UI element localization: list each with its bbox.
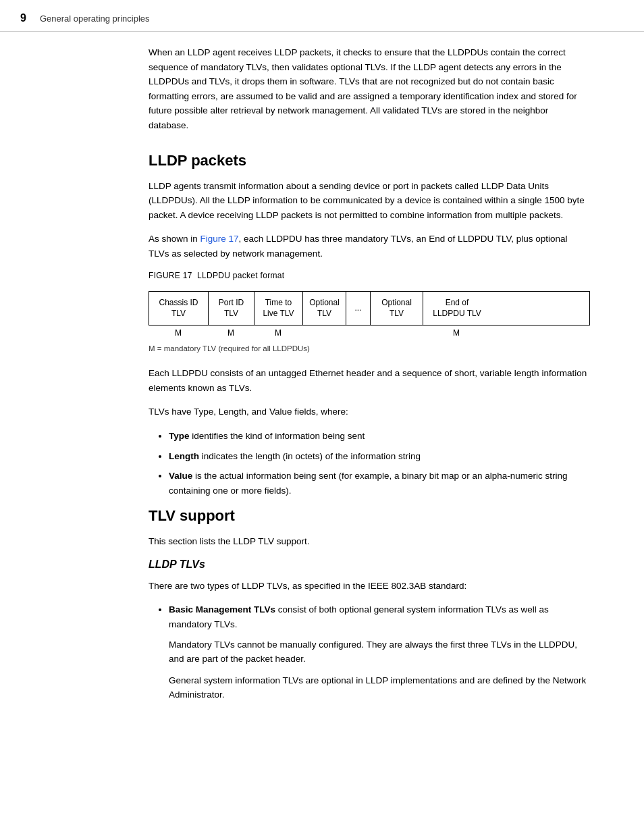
content-area: When an LLDP agent receives LLDP packets…: [0, 32, 644, 739]
end-line1: End of: [446, 297, 469, 309]
bullet-basic-mgmt: Basic Management TLVs consist of both op…: [169, 602, 590, 702]
lldp-packets-para4: TLVs have Type, Length, and Value fields…: [149, 405, 590, 419]
label-m-port: M: [208, 328, 254, 338]
end-line2: LLDPDU TLV: [433, 308, 481, 319]
tlv-support-title: TLV support: [149, 507, 590, 525]
chassis-line2: TLV: [171, 308, 186, 319]
time-line2: Live TLV: [263, 308, 294, 319]
diagram-note: M = mandatory TLV (required for all LLDP…: [149, 344, 590, 353]
cell-optional2: Optional TLV: [371, 292, 423, 325]
lldp-packets-para1: LLDP agents transmit information about a…: [149, 179, 590, 223]
optional1-line1: Optional: [309, 297, 340, 309]
optional1-line2: TLV: [317, 308, 331, 319]
lldpdu-cells: Chassis ID TLV Port ID TLV Time to Live …: [149, 291, 590, 326]
cell-optional1: Optional TLV: [303, 292, 346, 325]
optional2-line2: TLV: [390, 308, 404, 319]
bullet-basic-mgmt-bold: Basic Management TLVs: [169, 604, 275, 615]
lldp-packets-para2: As shown in Figure 17, each LLDPDU has t…: [149, 232, 590, 261]
page-container: 9 General operating principles When an L…: [0, 0, 644, 834]
cell-dots: ...: [346, 292, 371, 325]
lldp-packets-title: LLDP packets: [149, 152, 590, 170]
tlv-support-bullets: Basic Management TLVs consist of both op…: [162, 602, 590, 702]
label-m-chassis: M: [149, 328, 208, 338]
label-dots-space: [346, 328, 370, 338]
sub-para-general: General system information TLVs are opti…: [169, 673, 590, 702]
bullet-value: Value is the actual information being se…: [169, 469, 590, 498]
lldp-tlvs-subtitle: LLDP TLVs: [149, 558, 590, 571]
cell-end: End of LLDPDU TLV: [423, 292, 491, 325]
bullet-length: Length indicates the length (in octets) …: [169, 449, 590, 464]
port-line2: TLV: [224, 308, 238, 319]
bullet-type-bold: Type: [169, 431, 190, 441]
page-number: 9: [20, 12, 26, 24]
bullet-value-bold: Value: [169, 471, 192, 481]
header-title: General operating principles: [40, 14, 150, 24]
lldpdu-labels: M M M M: [149, 328, 590, 338]
intro-paragraph: When an LLDP agent receives LLDP packets…: [149, 45, 590, 133]
para2-prefix: As shown in: [149, 234, 200, 244]
bullet-type: Type identifies the kind of information …: [169, 429, 590, 444]
tlv-support-intro: This section lists the LLDP TLV support.: [149, 534, 590, 549]
label-spacer2: [370, 328, 423, 338]
figure-caption: FIGURE 17 LLDPDU packet format: [149, 271, 590, 280]
lldpdu-diagram: Chassis ID TLV Port ID TLV Time to Live …: [149, 291, 590, 338]
tlv-bullet-list: Type identifies the kind of information …: [162, 429, 590, 498]
port-line1: Port ID: [219, 297, 244, 309]
tlv-types-para: There are two types of LLDP TLVs, as spe…: [149, 579, 590, 594]
header-bar: 9 General operating principles: [0, 0, 644, 32]
sub-para-mandatory: Mandatory TLVs cannot be manually config…: [169, 637, 590, 667]
label-spacer: [302, 328, 346, 338]
bullet-length-bold: Length: [169, 451, 199, 461]
dots-text: ...: [354, 303, 361, 314]
cell-port: Port ID TLV: [209, 292, 254, 325]
figure17-link[interactable]: Figure 17: [200, 234, 239, 244]
cell-time: Time to Live TLV: [254, 292, 303, 325]
figure-title: LLDPDU packet format: [197, 271, 284, 280]
time-line1: Time to: [265, 297, 292, 309]
cell-chassis: Chassis ID TLV: [149, 292, 209, 325]
lldp-packets-para3: Each LLDPDU consists of an untagged Ethe…: [149, 366, 590, 395]
label-m-end: M: [423, 328, 490, 338]
label-m-time: M: [254, 328, 302, 338]
figure-label: FIGURE 17: [149, 271, 192, 280]
chassis-line1: Chassis ID: [159, 297, 198, 309]
optional2-line1: Optional: [381, 297, 412, 309]
